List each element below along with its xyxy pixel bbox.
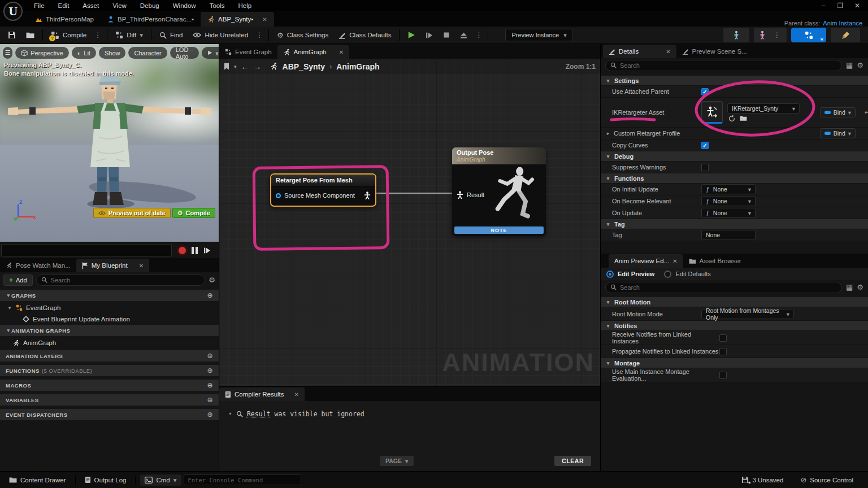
menu-view[interactable]: View xyxy=(106,2,133,9)
tab-close-icon[interactable]: ✕ xyxy=(294,391,299,398)
show-dropdown[interactable]: Show xyxy=(99,47,126,59)
on-become-relevant-dropdown[interactable]: ƒ None ▾ xyxy=(701,196,756,206)
tab-bp-thirdpersoncharacter[interactable]: BP_ThirdPersonCharac...• xyxy=(101,12,201,27)
playback-speed-button[interactable]: x1.03 xyxy=(202,47,219,59)
ikretargeter-bind-dropdown[interactable]: Bind ▾ xyxy=(820,107,856,117)
settings-category-header[interactable]: ▾ Settings xyxy=(601,76,868,86)
menu-window[interactable]: Window xyxy=(166,2,203,9)
preview-instance-dropdown[interactable]: Preview Instance ▾ xyxy=(505,29,572,41)
pose-output-pin[interactable] xyxy=(364,191,371,199)
reset-to-default-icon[interactable]: ↩ xyxy=(865,108,868,116)
source-control-button[interactable]: ⊘ Source Control xyxy=(796,473,858,487)
perspective-dropdown[interactable]: Perspective xyxy=(15,47,68,59)
tab-close-icon[interactable]: ✕ xyxy=(139,263,144,269)
restore-button[interactable]: ❐ xyxy=(833,2,848,10)
anim-preview-search-input[interactable] xyxy=(620,284,837,291)
details-search-input[interactable] xyxy=(620,62,837,69)
graph-canvas[interactable]: ▾ ← → ABP_Synty › AnimGraph Zoom 1:1 ANI… xyxy=(219,59,600,386)
functions-section-header[interactable]: FUNCTIONS (5 OVERRIDABLE) ⊕ xyxy=(0,365,219,376)
suppress-warnings-checkbox[interactable] xyxy=(701,164,709,171)
use-main-instance-checkbox[interactable] xyxy=(719,372,727,379)
caret-down-icon[interactable]: ▾ xyxy=(7,305,12,311)
custom-profile-bind-dropdown[interactable]: Bind ▾ xyxy=(820,128,856,138)
display-options-icon[interactable]: ▦ xyxy=(846,61,853,69)
event-dispatchers-section-header[interactable]: EVENT DISPATCHERS ⊕ xyxy=(0,409,219,420)
breadcrumb-leaf[interactable]: AnimGraph xyxy=(336,62,379,71)
tree-item-eventgraph[interactable]: ▾ EventGraph xyxy=(0,302,219,313)
lit-dropdown[interactable]: ◐ Lit xyxy=(72,47,96,59)
tab-close-icon[interactable]: ✕ xyxy=(262,16,267,23)
play-button[interactable] xyxy=(403,28,420,42)
macros-section-header[interactable]: MACROS ⊕ xyxy=(0,380,219,391)
tag-category-header[interactable]: ▾ Tag xyxy=(601,219,868,229)
display-options-icon[interactable]: ▦ xyxy=(846,283,853,291)
settings-gear-icon[interactable]: ⚙ xyxy=(857,61,863,69)
tree-item-animgraph[interactable]: AnimGraph xyxy=(0,337,219,348)
tab-close-icon[interactable]: ✕ xyxy=(672,258,677,264)
parent-class-link[interactable]: Anim Instance xyxy=(823,20,862,27)
result-link[interactable]: Result xyxy=(247,410,271,418)
tab-close-icon[interactable]: ✕ xyxy=(666,49,670,55)
hide-unrelated-kebab[interactable]: ⋮ xyxy=(254,31,265,39)
tab-close-icon[interactable]: ✕ xyxy=(339,49,344,55)
compile-options-kebab[interactable]: ⋮ xyxy=(92,31,103,39)
page-dropdown[interactable]: PAGE ▾ xyxy=(380,456,414,466)
browse-to-asset-icon[interactable] xyxy=(740,115,747,121)
tab-pose-watch-manager[interactable]: Pose Watch Man... xyxy=(0,259,76,272)
tab-details[interactable]: Details ✕ xyxy=(603,45,676,58)
my-blueprint-search[interactable] xyxy=(36,274,206,286)
breadcrumb-root[interactable]: ABP_Synty xyxy=(283,62,325,71)
output-log-button[interactable]: Output Log xyxy=(80,473,131,487)
add-button[interactable]: + Add xyxy=(3,274,33,286)
menu-file[interactable]: File xyxy=(27,2,51,9)
menu-help[interactable]: Help xyxy=(232,2,259,9)
animation-layers-section-header[interactable]: ANIMATION LAYERS ⊕ xyxy=(0,350,219,361)
use-selected-icon[interactable] xyxy=(728,115,735,122)
edit-preview-radio[interactable] xyxy=(606,271,614,278)
add-dispatcher-icon[interactable]: ⊕ xyxy=(207,411,213,419)
viewport-menu-button[interactable]: ☰ xyxy=(3,47,12,59)
compile-button[interactable]: ? Compile xyxy=(46,28,91,42)
add-function-icon[interactable]: ⊕ xyxy=(207,367,213,374)
tab-animgraph[interactable]: AnimGraph ✕ xyxy=(277,45,350,59)
caret-right-icon[interactable]: ▸ xyxy=(605,130,611,136)
add-macro-icon[interactable]: ⊕ xyxy=(207,381,213,389)
root-motion-mode-dropdown[interactable]: Root Motion from Montages Only ▾ xyxy=(701,309,794,319)
edit-defaults-radio[interactable] xyxy=(664,271,671,278)
bookmark-icon[interactable] xyxy=(224,63,229,70)
montage-category-header[interactable]: ▾ Montage xyxy=(601,358,868,368)
skeleton-editor-button[interactable] xyxy=(723,28,749,42)
tab-event-graph[interactable]: Event Graph xyxy=(219,45,277,59)
record-button[interactable] xyxy=(179,247,186,254)
eject-button[interactable] xyxy=(455,28,472,42)
minimize-button[interactable]: – xyxy=(816,2,831,10)
mesh-options-kebab[interactable]: ⋮ xyxy=(771,31,783,39)
unsaved-button[interactable]: ★ 3 Unsaved xyxy=(737,473,788,487)
add-graph-icon[interactable]: ⊕ xyxy=(207,291,213,299)
use-attached-parent-checkbox[interactable]: ✓ xyxy=(701,88,709,95)
mesh-editor-button[interactable]: ⋮ xyxy=(754,28,787,42)
console-command-input[interactable] xyxy=(184,474,301,485)
ikretargeter-thumbnail[interactable] xyxy=(701,101,723,124)
anim-preview-search[interactable] xyxy=(605,282,842,293)
add-variable-icon[interactable]: ⊕ xyxy=(207,396,213,404)
tab-preview-scene-settings[interactable]: Preview Scene S... xyxy=(676,45,753,58)
play-from-here-button[interactable] xyxy=(421,28,437,42)
tab-compiler-results[interactable]: Compiler Results ✕ xyxy=(219,387,305,401)
add-layer-icon[interactable]: ⊕ xyxy=(207,352,213,360)
menu-asset[interactable]: Asset xyxy=(76,2,106,9)
step-forward-button[interactable] xyxy=(203,247,211,254)
node-retarget-pose-from-mesh[interactable]: Retarget Pose From Mesh Source Mesh Comp… xyxy=(270,173,376,207)
tab-thirdpersonmap[interactable]: ThirdPersonMap xyxy=(28,12,101,27)
details-search[interactable] xyxy=(605,60,842,71)
on-update-dropdown[interactable]: ƒ None ▾ xyxy=(701,208,756,218)
diff-button[interactable]: Diff ▾ xyxy=(111,28,147,42)
lod-dropdown[interactable]: LOD Auto xyxy=(170,47,199,59)
ikretargeter-asset-dropdown[interactable]: IKRetarget_Synty ▾ xyxy=(727,103,800,114)
tag-input[interactable]: None xyxy=(701,230,756,240)
viewport-compile-button[interactable]: ⚙ Compile xyxy=(172,208,215,218)
hide-unrelated-button[interactable]: Hide Unrelated xyxy=(188,28,253,42)
tab-asset-browser[interactable]: Asset Browser xyxy=(683,254,747,268)
animation-blueprint-button[interactable]: ★ xyxy=(791,28,826,42)
filter-gear-icon[interactable]: ⚙ xyxy=(209,276,215,284)
